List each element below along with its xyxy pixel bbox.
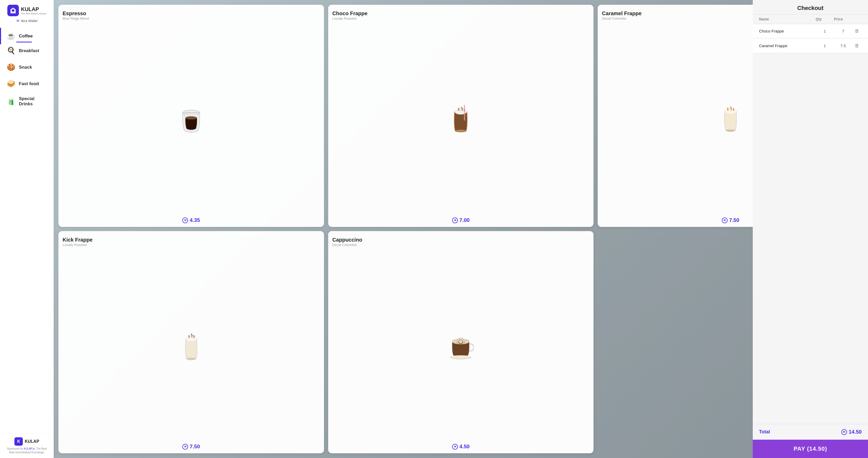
libra-icon-caramel-frappe: ≋ (722, 217, 727, 223)
total-label: Total (759, 429, 770, 435)
sidebar-footer: K KULAP Sponsored by KULAP.io, The Best … (0, 433, 54, 454)
logo-text: KULAP The Best Bakery Always (21, 6, 46, 15)
product-price-espresso: ≋ 4.35 (182, 217, 200, 223)
app-name: KULAP (21, 6, 46, 12)
item-qty-choco-frappe: 1 (816, 29, 834, 33)
col-price: Price (834, 17, 852, 21)
product-subtitle-kick-frappe: Locally Roasted (63, 243, 87, 247)
libra-icon-total: ≋ (841, 429, 847, 435)
sidebar-label-coffee: Coffee (19, 34, 33, 39)
product-price-choco-frappe: ≋ 7.00 (452, 217, 470, 223)
product-grid: Espresso Blue Ridge Blend ≋ 4 (54, 0, 868, 458)
sidebar-label-breakfast: Breakfast (19, 48, 39, 54)
total-amount: ≋ 14.50 (841, 429, 862, 435)
libra-icon-espresso: ≋ (182, 217, 188, 223)
libra-icon-kick-frappe: ≋ (182, 444, 188, 450)
sidebar-item-breakfast[interactable]: 🍳 Breakfast (0, 42, 54, 59)
price-value-kick-frappe: 7.50 (190, 444, 200, 450)
item-price-caramel-frappe: 7.5 (834, 43, 852, 48)
total-value: 14.50 (848, 429, 862, 435)
checkout-empty-space (753, 224, 868, 424)
cappuccino-svg (447, 331, 474, 360)
product-name-espresso: Espresso (63, 10, 86, 17)
logo-area: KULAP The Best Bakery Always (7, 5, 46, 16)
product-image-espresso (63, 23, 320, 215)
wallet-label: libra Wallet (21, 19, 38, 23)
svg-rect-6 (464, 105, 465, 121)
snack-icon: 🍪 (7, 63, 15, 71)
sidebar-item-snack[interactable]: 🍪 Snack (0, 59, 54, 75)
product-image-choco-frappe (332, 23, 590, 215)
item-qty-caramel-frappe: 1 (816, 43, 834, 48)
coffee-icon: ☕ (7, 32, 15, 40)
col-name: Name (759, 17, 816, 21)
product-card-kick-frappe[interactable]: Kick Frappe Locally Roasted (58, 231, 324, 453)
sidebar: KULAP The Best Bakery Always ≋ libra Wal… (0, 0, 54, 458)
price-value-choco-frappe: 7.00 (459, 217, 470, 223)
pay-button[interactable]: PAY (14.50) (753, 440, 868, 458)
special-drinks-icon: 🧃 (7, 97, 15, 105)
breakfast-icon: 🍳 (7, 47, 15, 55)
delete-choco-frappe-button[interactable]: 🗑 (852, 28, 862, 34)
footer-kulap: K KULAP (14, 437, 39, 446)
logo-icon (7, 5, 19, 16)
footer-kulap-name: KULAP (25, 439, 39, 444)
item-price-choco-frappe: 7 (834, 29, 852, 33)
product-subtitle-cappuccino: Decaf Colombia (332, 243, 357, 247)
product-image-kick-frappe (63, 249, 320, 441)
sponsored-link[interactable]: KULAP.io (24, 447, 35, 450)
sidebar-label-fast-food: Fast food (19, 81, 39, 87)
svg-point-8 (726, 129, 735, 131)
item-name-caramel-frappe: Caramel Frappe (759, 43, 816, 48)
product-subtitle-caramel-frappe: Decaf Colombia (602, 17, 626, 21)
espresso-svg (179, 105, 203, 134)
price-value-caramel-frappe: 7.50 (729, 217, 739, 223)
product-price-cappuccino: ≋ 4.50 (452, 444, 470, 450)
delete-caramel-frappe-button[interactable]: 🗑 (852, 43, 862, 49)
product-card-choco-frappe[interactable]: Choco Frappe Locally Roasted (328, 5, 594, 227)
product-name-choco-frappe: Choco Frappe (332, 10, 368, 17)
product-name-kick-frappe: Kick Frappe (63, 237, 92, 243)
sidebar-nav: ☕ Coffee 🍳 Breakfast 🍪 Snack 🥪 Fast food… (0, 28, 54, 431)
footer-kulap-icon: K (14, 437, 23, 446)
svg-point-5 (455, 130, 466, 132)
product-image-cappuccino (332, 249, 590, 441)
price-value-cappuccino: 4.50 (459, 444, 470, 450)
wallet-area: ≋ libra Wallet (16, 18, 38, 23)
caramel-frappe-svg (720, 103, 741, 135)
product-price-kick-frappe: ≋ 7.50 (182, 444, 200, 450)
libra-icon: ≋ (16, 18, 20, 23)
sidebar-item-fast-food[interactable]: 🥪 Fast food (0, 75, 54, 92)
sponsored-text: Sponsored by (7, 447, 24, 450)
app-tagline: The Best Bakery Always (21, 12, 46, 15)
choco-frappe-svg (450, 103, 471, 135)
col-action (852, 17, 862, 21)
product-price-caramel-frappe: ≋ 7.50 (722, 217, 739, 223)
svg-point-16 (452, 339, 469, 342)
svg-point-3 (185, 116, 197, 120)
product-name-cappuccino: Cappuccino (332, 237, 362, 243)
product-name-caramel-frappe: Caramel Frappe (602, 10, 642, 17)
product-card-cappuccino[interactable]: Cappuccino Decaf Colombia (328, 231, 594, 453)
sidebar-label-special-drinks: Special Drinks (19, 96, 48, 106)
checkout-item-choco-frappe: Choco Frappe 1 7 🗑 (753, 24, 868, 38)
main-area: Espresso Blue Ridge Blend ≋ 4 (54, 0, 868, 458)
item-name-choco-frappe: Choco Frappe (759, 29, 816, 33)
checkout-table-header: Name Qty Price (753, 14, 868, 24)
checkout-item-caramel-frappe: Caramel Frappe 1 7.5 🗑 (753, 39, 868, 53)
sidebar-label-snack: Snack (19, 65, 32, 70)
svg-point-0 (12, 9, 14, 12)
svg-point-10 (186, 358, 196, 360)
product-card-espresso[interactable]: Espresso Blue Ridge Blend ≋ 4 (58, 5, 324, 227)
fast-food-icon: 🥪 (7, 80, 15, 88)
sidebar-item-special-drinks[interactable]: 🧃 Special Drinks (0, 92, 54, 111)
product-subtitle-espresso: Blue Ridge Blend (63, 17, 89, 21)
checkout-title: Checkout (753, 0, 868, 14)
col-qty: Qty (816, 17, 834, 21)
product-subtitle-choco-frappe: Locally Roasted (332, 17, 357, 21)
kick-frappe-svg (182, 329, 200, 363)
svg-point-15 (452, 356, 470, 358)
checkout-panel: Checkout Name Qty Price Choco Frappe 1 7… (753, 0, 868, 458)
libra-icon-cappuccino: ≋ (452, 444, 458, 450)
footer-sponsored: Sponsored by KULAP.io, The Best Rate Dec… (4, 447, 50, 454)
